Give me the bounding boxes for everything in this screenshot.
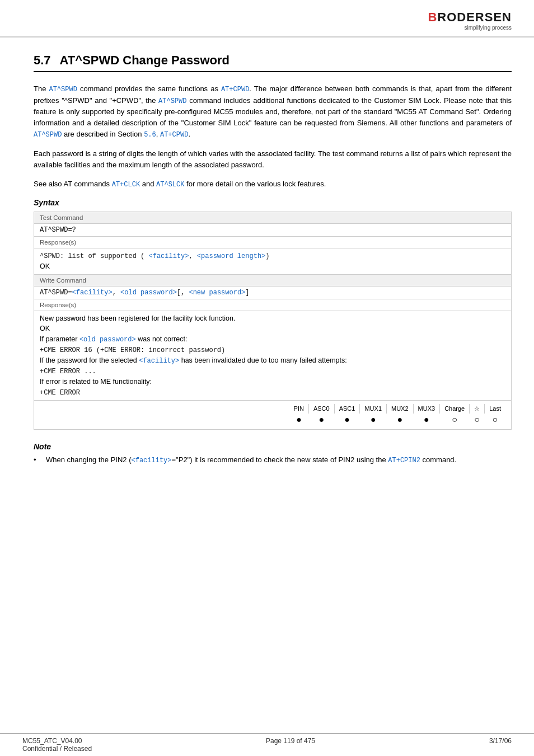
atspwd-link3: AT^SPWD: [34, 131, 62, 139]
write-resp-line6: +CME ERROR ...: [40, 366, 505, 377]
atcpin2-link: AT+CPIN2: [388, 457, 420, 464]
col-star: ☆: [470, 404, 485, 414]
col-asc1: ASC1: [334, 404, 360, 414]
status-mux3: ●: [413, 414, 440, 426]
note-text: When changing the PIN2 (<facility>="P2")…: [46, 454, 456, 466]
write-command-header: Write Command: [34, 274, 511, 287]
logo-brand: BBRODERSENRODERSEN: [428, 10, 512, 25]
page-header: BBRODERSENRODERSEN simplifying process: [0, 0, 534, 37]
body-para3: See also AT commands AT+CLCK and AT^SLCK…: [34, 179, 512, 190]
main-content: 5.7 AT^SPWD Change Password The AT^SPWD …: [0, 37, 534, 477]
page-container: BBRODERSENRODERSEN simplifying process 5…: [0, 0, 534, 756]
write-resp-line8: +CME ERROR: [40, 387, 505, 398]
atspwd-link1: AT^SPWD: [49, 86, 77, 93]
section-heading: 5.7 AT^SPWD Change Password: [34, 53, 512, 72]
test-response-label: Response(s): [34, 237, 511, 248]
footer-left: MC55_ATC_V04.00 Confidential / Released: [22, 737, 92, 753]
syntax-label: Syntax: [34, 198, 512, 207]
footer-doc-id: MC55_ATC_V04.00: [22, 737, 92, 745]
write-command-cmd: AT^SPWD=<facility>, <old password>[, <ne…: [34, 287, 511, 299]
write-resp-line1: New password has been registered for the…: [40, 313, 505, 324]
col-mux1: MUX1: [360, 404, 387, 414]
page-footer: MC55_ATC_V04.00 Confidential / Released …: [0, 733, 534, 756]
col-last: Last: [485, 404, 505, 414]
status-asc1: ●: [334, 414, 360, 426]
section-title: AT^SPWD Change Password: [60, 53, 229, 68]
logo-tagline: simplifying process: [428, 25, 512, 31]
status-mux2: ●: [387, 414, 414, 426]
status-last: ○: [485, 414, 505, 426]
write-response-content: New password has been registered for the…: [34, 311, 511, 400]
atcpwd-link2: AT+CPWD: [160, 131, 188, 139]
write-resp-line5: If the password for the selected <facili…: [40, 355, 505, 366]
footer-page: Page 119 of 475: [266, 737, 315, 745]
note-label: Note: [34, 442, 512, 451]
status-charge: ○: [440, 414, 470, 426]
status-table: PIN ASC0 ASC1 MUX1 MUX2 MUX3 Charge ☆ La…: [289, 404, 505, 426]
note-item: • When changing the PIN2 (<facility>="P2…: [34, 454, 512, 466]
test-response-line1: ^SPWD: list of supported ( <facility>, <…: [40, 252, 269, 260]
atclck-link: AT+CLCK: [112, 181, 140, 189]
status-mux1: ●: [360, 414, 387, 426]
col-pin: PIN: [289, 404, 309, 414]
status-asc0: ●: [308, 414, 334, 426]
atslck-link: AT^SLCK: [156, 181, 184, 189]
atcpwd-link1: AT+CPWD: [221, 86, 249, 93]
logo-area: BBRODERSENRODERSEN simplifying process: [428, 10, 512, 31]
note-bullet: •: [34, 454, 41, 466]
status-pin: ●: [289, 414, 309, 426]
write-resp-line7: If error is related to ME functionality:: [40, 377, 505, 387]
write-response-label: Response(s): [34, 299, 511, 311]
test-response-content: ^SPWD: list of supported ( <facility>, <…: [34, 248, 511, 274]
body-para2: Each password is a string of digits the …: [34, 148, 512, 171]
body-para1: The AT^SPWD command provides the same fu…: [34, 83, 512, 140]
test-response-ok: OK: [40, 262, 50, 270]
col-asc0: ASC0: [308, 404, 334, 414]
section56-link: 5.6: [144, 131, 156, 139]
syntax-box: Test Command AT^SPWD=? Response(s) ^SPWD…: [34, 212, 512, 430]
footer-center: Page 119 of 475: [266, 737, 315, 753]
test-command-cmd: AT^SPWD=?: [34, 224, 511, 237]
write-resp-line2: OK: [40, 323, 505, 334]
status-star: ○: [470, 414, 485, 426]
col-mux3: MUX3: [413, 404, 440, 414]
status-table-container: PIN ASC0 ASC1 MUX1 MUX2 MUX3 Charge ☆ La…: [34, 400, 511, 429]
test-command-header: Test Command: [34, 212, 511, 224]
section-number: 5.7: [34, 53, 51, 68]
atspwd-link2: AT^SPWD: [158, 97, 186, 105]
write-resp-line3: If parameter <old password> was not corr…: [40, 334, 505, 345]
col-charge: Charge: [440, 404, 470, 414]
footer-right: 3/17/06: [489, 737, 512, 753]
col-mux2: MUX2: [387, 404, 414, 414]
footer-confidential: Confidential / Released: [22, 745, 92, 753]
write-resp-line4: +CME ERROR 16 (+CME ERROR: incorrect pas…: [40, 345, 505, 355]
